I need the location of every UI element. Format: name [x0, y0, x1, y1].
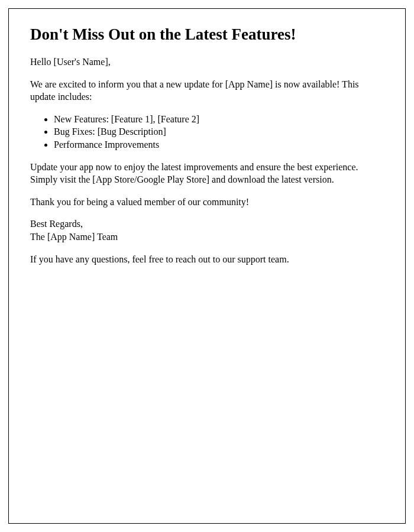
document-frame: Don't Miss Out on the Latest Features! H…: [8, 8, 406, 524]
intro-text: We are excited to inform you that a new …: [30, 78, 384, 103]
signoff-regards: Best Regards,: [30, 218, 384, 231]
feature-list: New Features: [Feature 1], [Feature 2] B…: [54, 113, 384, 151]
greeting-text: Hello [User's Name],: [30, 56, 384, 69]
thanks-text: Thank you for being a valued member of o…: [30, 196, 384, 209]
list-item: Performance Improvements: [54, 138, 384, 151]
support-text: If you have any questions, feel free to …: [30, 253, 384, 266]
list-item: New Features: [Feature 1], [Feature 2]: [54, 113, 384, 126]
signoff-team: The [App Name] Team: [30, 231, 384, 244]
update-instructions: Update your app now to enjoy the latest …: [30, 161, 384, 186]
list-item: Bug Fixes: [Bug Description]: [54, 125, 384, 138]
signoff-block: Best Regards, The [App Name] Team: [30, 218, 384, 243]
document-title: Don't Miss Out on the Latest Features!: [30, 25, 384, 44]
